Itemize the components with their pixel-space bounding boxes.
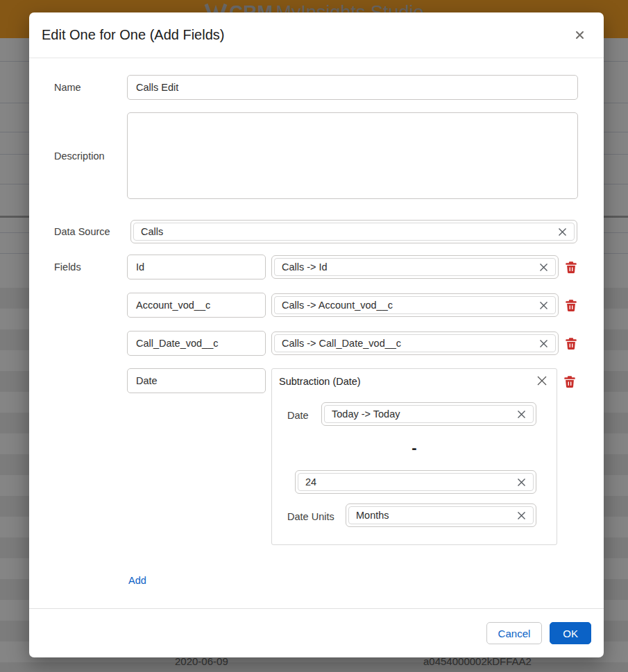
date-value: Today -> Today [332, 408, 514, 420]
field-row: Id Calls -> Id [127, 255, 578, 279]
amount-clear-button[interactable] [514, 476, 529, 488]
clear-icon [538, 338, 550, 350]
close-icon [535, 374, 549, 388]
date-units-value: Months [356, 510, 514, 521]
delete-field-button[interactable] [565, 337, 577, 350]
field-name-input[interactable]: Date [127, 368, 266, 393]
close-icon [575, 31, 584, 40]
field-mapping-value: Calls -> Call_Date_vod__c [282, 338, 536, 349]
close-button[interactable] [572, 28, 587, 43]
data-source-label: Data Source [54, 226, 127, 237]
field-mapping-value: Calls -> Id [282, 261, 536, 273]
subtraction-close-button[interactable] [535, 374, 549, 390]
field-mapping-select[interactable]: Calls -> Account_vod__c [271, 293, 559, 317]
ok-button[interactable]: OK [550, 622, 591, 644]
description-textarea[interactable] [127, 112, 578, 199]
clear-icon [516, 408, 527, 420]
field-row: Call_Date_vod__c Calls -> Call_Date_vod_… [127, 331, 578, 356]
name-input[interactable]: Calls Edit [127, 75, 578, 100]
field-row: Account_vod__c Calls -> Account_vod__c [127, 293, 578, 318]
data-source-row: Data Source Calls [54, 220, 578, 243]
field-name-input[interactable]: Id [127, 255, 266, 279]
amount-value: 24 [305, 476, 514, 488]
dialog-header: Edit One for One (Add Fields) [29, 12, 604, 58]
subtraction-panel-title: Subtraction (Date) [279, 376, 361, 387]
clear-icon [516, 510, 527, 522]
data-source-value: Calls [141, 226, 555, 237]
date-clear-button[interactable] [514, 408, 529, 420]
minus-operator: - [272, 438, 557, 458]
fields-section: Fields Id Calls -> Id [54, 255, 578, 587]
description-row: Description [54, 112, 578, 199]
date-units-label: Date Units [287, 511, 334, 522]
delete-icon [563, 375, 576, 388]
date-select[interactable]: Today -> Today [321, 402, 536, 426]
edit-one-for-one-dialog: Edit One for One (Add Fields) Name Calls… [29, 12, 604, 657]
clear-icon [516, 476, 527, 488]
name-label: Name [54, 82, 127, 93]
add-field-link[interactable]: Add [128, 575, 146, 586]
date-units-select[interactable]: Months [346, 503, 536, 527]
field-mapping-value: Calls -> Account_vod__c [282, 300, 536, 311]
delete-field-button[interactable] [565, 261, 577, 274]
clear-icon [538, 300, 550, 311]
name-row: Name Calls Edit [54, 75, 578, 100]
description-label: Description [54, 150, 127, 162]
field-mapping-clear-button[interactable] [536, 300, 551, 311]
delete-icon [565, 337, 577, 350]
amount-select[interactable]: 24 [295, 470, 536, 494]
delete-field-button[interactable] [565, 299, 577, 312]
dialog-footer: Cancel OK [29, 608, 604, 657]
field-mapping-clear-button[interactable] [536, 338, 551, 350]
date-label: Date [287, 410, 309, 421]
delete-icon [565, 261, 577, 274]
field-name-input[interactable]: Call_Date_vod__c [127, 331, 266, 356]
delete-icon [565, 299, 577, 312]
clear-icon [538, 261, 550, 273]
field-name-input[interactable]: Account_vod__c [127, 293, 266, 318]
data-source-select[interactable]: Calls [130, 220, 577, 243]
clear-icon [557, 226, 568, 238]
delete-field-button[interactable] [563, 375, 576, 388]
cancel-button[interactable]: Cancel [486, 622, 543, 644]
field-mapping-select[interactable]: Calls -> Id [271, 255, 559, 279]
fields-label: Fields [54, 255, 127, 273]
dialog-body: Name Calls Edit Description Data Source … [29, 58, 604, 608]
field-row-formula: Date Subtraction (Date) Date Today -> To… [127, 368, 578, 545]
field-mapping-select[interactable]: Calls -> Call_Date_vod__c [271, 331, 559, 355]
dialog-title: Edit One for One (Add Fields) [42, 27, 572, 43]
subtraction-panel: Subtraction (Date) Date Today -> Today [271, 368, 557, 545]
date-units-clear-button[interactable] [514, 510, 529, 522]
field-mapping-clear-button[interactable] [536, 261, 551, 273]
data-source-clear-button[interactable] [555, 226, 570, 238]
